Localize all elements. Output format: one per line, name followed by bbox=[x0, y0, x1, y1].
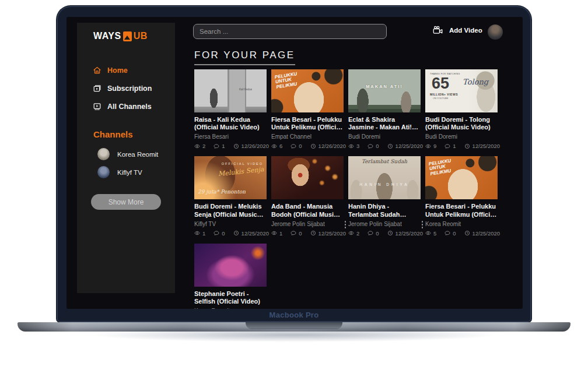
comments-stat: 1 bbox=[214, 143, 225, 149]
search-input[interactable] bbox=[193, 24, 387, 39]
comments-count: 0 bbox=[376, 143, 379, 149]
user-avatar[interactable] bbox=[488, 24, 503, 40]
comment-icon bbox=[368, 230, 373, 236]
video-thumbnail[interactable]: MAKAN ATI! bbox=[348, 69, 421, 112]
views-stat: 2 bbox=[348, 230, 359, 237]
video-title: Budi Doremi - Melukis Senja (Official Mu… bbox=[194, 203, 267, 218]
video-title: Eclat & Shakira Jasmine - Makan Ati! (Of… bbox=[348, 116, 421, 131]
video-card[interactable]: Stephanie Poetri - Selfish (Oficial Vide… bbox=[194, 244, 267, 309]
video-channel-name[interactable]: Jerome Polin Sijabat bbox=[271, 221, 344, 227]
thumbnail-overlay-text: MILLION+ VIEWS bbox=[430, 93, 458, 97]
video-title: Stephanie Poetri - Selfish (Oficial Vide… bbox=[194, 290, 267, 305]
channel-item-kiflyf-tv[interactable]: Kiflyf TV bbox=[77, 163, 175, 181]
comments-stat: 0 bbox=[290, 230, 302, 237]
views-count: 9 bbox=[433, 143, 436, 149]
video-camera-icon bbox=[432, 24, 444, 36]
video-card[interactable]: MAKAN ATI! Eclat & Shakira Jasmine - Mak… bbox=[348, 69, 421, 149]
video-thumbnail[interactable]: Terlambat SudahHANIN DHIYA bbox=[348, 156, 421, 199]
video-channel-name[interactable]: Korea Reomit bbox=[194, 308, 267, 309]
video-thumbnail[interactable]: Kali Kedua bbox=[194, 69, 267, 112]
video-stats: 1 0 12/25/2020 bbox=[194, 230, 267, 237]
video-card[interactable]: Kali Kedua Raisa - Kali Kedua (Official … bbox=[194, 69, 267, 149]
video-stats: 6 0 12/26/2020 bbox=[271, 143, 344, 149]
video-channel-name[interactable]: Empat Channel bbox=[271, 133, 344, 140]
upload-date: 12/25/2020 bbox=[473, 230, 501, 237]
comments-count: 1 bbox=[453, 143, 456, 149]
video-thumbnail[interactable] bbox=[271, 156, 344, 199]
date-stat: 12/25/2020 bbox=[387, 230, 424, 237]
video-thumbnail[interactable]: PELUKKU UNTUK PELIKMU bbox=[425, 156, 498, 199]
video-thumbnail[interactable]: PELUKKU UNTUK PELIKMU bbox=[271, 69, 344, 112]
views-stat: 3 bbox=[348, 143, 359, 149]
video-thumbnail[interactable] bbox=[194, 244, 267, 287]
comments-count: 1 bbox=[222, 143, 225, 149]
add-video-button[interactable]: Add Video bbox=[432, 24, 482, 36]
eye-icon bbox=[271, 230, 277, 236]
clock-icon bbox=[464, 143, 470, 149]
video-card[interactable]: THANKS FOR WATCHING65MILLION+ VIEWSON YO… bbox=[425, 69, 498, 149]
clock-icon bbox=[464, 230, 470, 236]
sidebar-item-all-channels[interactable]: All Channels bbox=[77, 97, 175, 115]
date-stat: 12/26/2020 bbox=[310, 143, 346, 149]
add-video-label: Add Video bbox=[449, 27, 482, 34]
thumbnail-overlay-text: MAKAN ATI! bbox=[348, 84, 421, 89]
views-count: 5 bbox=[433, 230, 436, 237]
comment-icon bbox=[290, 230, 296, 236]
views-count: 6 bbox=[279, 143, 282, 149]
thumbnail-overlay-text: Melukis Senja bbox=[218, 166, 265, 178]
eye-icon bbox=[194, 230, 200, 236]
comments-count: 0 bbox=[299, 143, 302, 149]
video-card[interactable]: Ada Band - Manusia Bodoh (Official Music… bbox=[271, 156, 344, 236]
comments-stat: 1 bbox=[444, 143, 456, 149]
channels-section-title: Channels bbox=[93, 129, 175, 139]
video-card[interactable]: Terlambat SudahHANIN DHIYA Hanin Dhiya -… bbox=[348, 156, 421, 236]
comment-icon bbox=[444, 143, 450, 149]
video-title: Ada Band - Manusia Bodoh (Official Music… bbox=[271, 203, 344, 218]
kebab-menu-icon[interactable] bbox=[421, 220, 425, 230]
views-stat: 6 bbox=[271, 143, 282, 149]
video-card[interactable]: PELUKKU UNTUK PELIKMU Fiersa Besari - Pe… bbox=[271, 69, 344, 149]
logo-film-icon bbox=[123, 31, 132, 41]
video-channel-name[interactable]: Korea Reomit bbox=[425, 221, 498, 227]
thumbnail-overlay-text: Tolong bbox=[463, 78, 488, 86]
channel-item-korea-reomit[interactable]: Korea Reomit bbox=[77, 145, 175, 163]
upload-date: 12/25/2020 bbox=[473, 143, 501, 149]
video-card[interactable]: OFFICIAL VIDEOMelukis Senja29 juta* Peno… bbox=[194, 156, 267, 236]
thumbnail-overlay-text: 29 juta* Penonton bbox=[198, 189, 246, 195]
video-channel-name[interactable]: Budi Doremi bbox=[348, 133, 421, 140]
comment-icon bbox=[368, 143, 373, 149]
comments-stat: 0 bbox=[214, 230, 225, 237]
views-stat: 1 bbox=[194, 230, 205, 237]
sidebar-item-home[interactable]: Home bbox=[77, 61, 175, 79]
views-count: 1 bbox=[279, 230, 282, 237]
video-thumbnail[interactable]: OFFICIAL VIDEOMelukis Senja29 juta* Peno… bbox=[194, 156, 267, 199]
thumbnail-overlay-text: 65 bbox=[432, 76, 449, 91]
video-title: Hanin Dhiya - Terlambat Sudah (Official … bbox=[348, 203, 421, 218]
date-stat: 12/25/2020 bbox=[233, 230, 270, 237]
video-channel-name[interactable]: Budi Doremi bbox=[425, 133, 498, 140]
page-title: FOR YOUR PAGE bbox=[194, 50, 295, 65]
video-stats: 9 1 12/25/2020 bbox=[425, 143, 498, 149]
app-logo[interactable]: WAYSUB bbox=[93, 31, 175, 41]
laptop-shadow bbox=[23, 329, 565, 350]
video-thumbnail[interactable]: THANKS FOR WATCHING65MILLION+ VIEWSON YO… bbox=[425, 69, 498, 112]
video-channel-name[interactable]: Jerome Polin Sijabat bbox=[348, 221, 421, 227]
clock-icon bbox=[233, 230, 239, 236]
sidebar-item-label: All Channels bbox=[107, 103, 152, 111]
comments-count: 0 bbox=[453, 230, 456, 237]
logo-text-left: WAYS bbox=[93, 31, 121, 41]
home-icon bbox=[93, 66, 102, 75]
video-grid: Kali Kedua Raisa - Kali Kedua (Official … bbox=[194, 69, 498, 309]
views-count: 3 bbox=[356, 143, 359, 149]
sidebar-item-subscription[interactable]: Subscription bbox=[77, 79, 175, 97]
show-more-button[interactable]: Show More bbox=[91, 194, 161, 210]
video-channel-name[interactable]: Kiflyf TV bbox=[194, 221, 267, 227]
video-channel-name[interactable]: Fiersa Besari bbox=[194, 133, 267, 140]
video-card[interactable]: PELUKKU UNTUK PELIKMU Fiersa Besari - Pe… bbox=[425, 156, 498, 236]
eye-icon bbox=[348, 230, 354, 236]
kebab-menu-icon[interactable] bbox=[344, 220, 348, 230]
video-title: Fiersa Besari - Pelukku Untuk Pelikmu (O… bbox=[271, 116, 344, 131]
upload-date: 12/25/2020 bbox=[396, 143, 424, 149]
comments-count: 0 bbox=[222, 230, 225, 237]
comment-icon bbox=[290, 143, 296, 149]
